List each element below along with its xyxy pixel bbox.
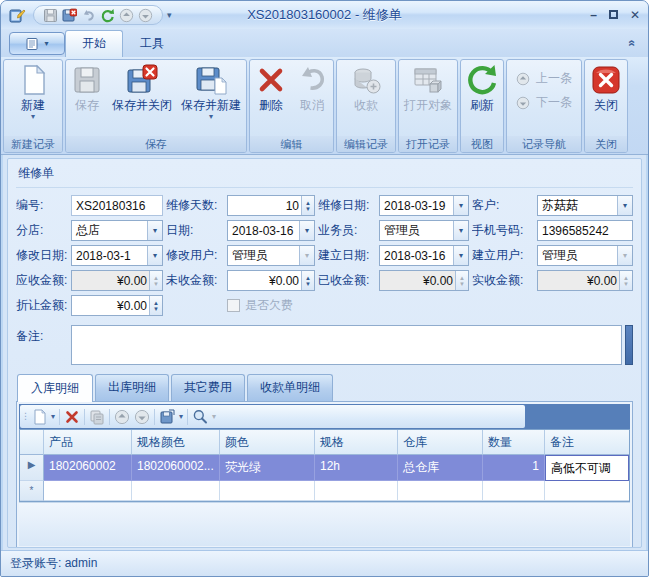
unreceived-spinner[interactable]: ¥0.00 ▲▼ <box>227 270 315 291</box>
dropdown-arrow-icon[interactable]: ▾ <box>147 221 162 240</box>
phone-field[interactable]: 1396585242 <box>537 220 633 241</box>
column-header-spec-color[interactable]: 规格颜色 <box>132 430 220 455</box>
current-row-indicator-icon: ▶ <box>20 455 44 481</box>
empty-cell[interactable] <box>545 481 629 501</box>
repair-days-spinner[interactable]: 10 ▲▼ <box>227 195 315 216</box>
empty-cell[interactable] <box>483 481 545 501</box>
cell-spec[interactable]: 12h <box>315 455 398 481</box>
create-date-combo[interactable]: 2018-03-16 ▾ <box>379 245 469 266</box>
modify-user-combo[interactable]: 管理员 ▾ <box>227 245 315 266</box>
discount-spinner[interactable]: ¥0.00 ▲▼ <box>71 295 163 316</box>
date-combo[interactable]: 2018-03-16 ▾ <box>227 220 315 241</box>
branch-combo[interactable]: 总店 ▾ <box>71 220 163 241</box>
export-icon[interactable] <box>159 409 175 425</box>
move-up-icon[interactable] <box>114 409 130 425</box>
actual-received-spinner[interactable]: ¥0.00 ▲▼ <box>537 270 633 291</box>
empty-cell[interactable] <box>315 481 398 501</box>
delete-button[interactable]: 删除 <box>251 62 291 112</box>
move-down-icon[interactable] <box>134 409 150 425</box>
save-button[interactable]: 保存 <box>67 62 107 112</box>
dropdown-arrow-icon[interactable]: ▾ <box>617 196 632 215</box>
previous-record-button[interactable]: 上一条 <box>516 70 572 87</box>
open-object-button[interactable]: 打开对象 <box>400 62 456 112</box>
remark-scrollbar[interactable] <box>625 325 633 365</box>
copy-row-icon[interactable] <box>89 409 105 425</box>
tab-outbound-detail[interactable]: 出库明细 <box>95 374 169 401</box>
spinner-buttons-icon[interactable]: ▲▼ <box>149 296 162 315</box>
close-window-button[interactable]: ✕ <box>630 9 640 21</box>
grid-new-row[interactable]: * <box>20 481 629 501</box>
customer-combo[interactable]: 苏菇菇 ▾ <box>537 195 633 216</box>
received-spinner[interactable]: ¥0.00 ▲▼ <box>379 270 469 291</box>
save-and-new-button[interactable]: 保存并新建 ▾ <box>177 62 245 121</box>
column-header-product[interactable]: 产品 <box>44 430 132 455</box>
refresh-button[interactable]: 刷新 <box>462 62 502 112</box>
save-close-icon <box>126 64 158 96</box>
search-dropdown-icon[interactable]: ▾ <box>212 412 216 421</box>
owe-checkbox[interactable]: 是否欠费 <box>227 297 376 314</box>
cell-quantity[interactable]: 1 <box>483 455 545 481</box>
empty-cell[interactable] <box>398 481 483 501</box>
grid-data-row[interactable]: ▶ 1802060002 1802060002... 荧光绿 12h 总仓库 1… <box>20 455 629 481</box>
cell-product[interactable]: 1802060002 <box>44 455 132 481</box>
qat-customize-icon[interactable]: ▾ <box>167 10 172 20</box>
refresh-icon[interactable] <box>100 8 115 23</box>
cell-color[interactable]: 荧光绿 <box>220 455 315 481</box>
dropdown-arrow-icon[interactable]: ▾ <box>453 246 468 265</box>
tab-other-fees[interactable]: 其它费用 <box>171 374 245 401</box>
toolbar-grip-icon[interactable]: ⋮⋮⋮ <box>21 412 27 421</box>
maximize-button[interactable] <box>609 9 618 21</box>
dropdown-arrow-icon[interactable]: ▾ <box>147 246 162 265</box>
delete-row-icon[interactable] <box>64 409 80 425</box>
export-dropdown-icon[interactable]: ▾ <box>179 412 183 421</box>
next-record-button[interactable]: 下一条 <box>516 94 572 111</box>
empty-cell[interactable] <box>132 481 220 501</box>
save-and-close-button[interactable]: 保存并关闭 <box>108 62 176 112</box>
add-row-dropdown-icon[interactable]: ▾ <box>51 412 55 421</box>
new-button[interactable]: 新建 ▾ <box>13 62 53 121</box>
repair-date-combo[interactable]: 2018-03-19 ▾ <box>379 195 469 216</box>
next-record-label: 下一条 <box>536 94 572 111</box>
save-close-icon[interactable] <box>62 8 77 23</box>
column-header-color[interactable]: 颜色 <box>220 430 315 455</box>
cell-remark[interactable]: 高低不可调 <box>545 455 629 481</box>
remark-textarea[interactable] <box>71 325 622 365</box>
empty-cell[interactable] <box>220 481 315 501</box>
column-header-quantity[interactable]: 数量 <box>483 430 545 455</box>
column-header-spec[interactable]: 规格 <box>315 430 398 455</box>
next-record-icon[interactable] <box>138 8 153 23</box>
search-icon[interactable] <box>192 409 208 425</box>
save-icon[interactable] <box>43 8 58 23</box>
column-header-warehouse[interactable]: 仓库 <box>398 430 483 455</box>
tab-receipt-detail[interactable]: 收款单明细 <box>247 374 333 401</box>
dropdown-arrow-icon[interactable]: ▾ <box>299 221 314 240</box>
ribbon-tab-start[interactable]: 开始 <box>65 30 123 57</box>
ribbon-tab-tools[interactable]: 工具 <box>123 31 181 57</box>
ribbon-collapse-icon[interactable]: « <box>626 40 640 47</box>
toolbar-separator <box>154 409 155 425</box>
form-row: 折让金额: ¥0.00 ▲▼ 是否欠费 <box>16 295 633 316</box>
close-button[interactable]: 关闭 <box>586 62 626 112</box>
spinner-buttons-icon[interactable]: ▲▼ <box>301 271 314 290</box>
cell-warehouse[interactable]: 总仓库 <box>398 455 483 481</box>
application-menu-button[interactable]: ▾ <box>9 32 65 55</box>
empty-cell[interactable] <box>44 481 132 501</box>
cell-spec-color[interactable]: 1802060002... <box>132 455 220 481</box>
application-menu-arrow-icon: ▾ <box>44 39 48 48</box>
column-header-remark[interactable]: 备注 <box>545 430 629 455</box>
cancel-button[interactable]: 取消 <box>292 62 332 112</box>
modify-date-combo[interactable]: 2018-03-1 ▾ <box>71 245 163 266</box>
order-no-field[interactable]: XS20180316 <box>71 195 163 216</box>
add-row-icon[interactable] <box>31 409 47 425</box>
collect-payment-button[interactable]: 收款 <box>346 62 386 112</box>
receivable-spinner[interactable]: ¥0.00 ▲▼ <box>71 270 163 291</box>
previous-record-icon[interactable] <box>119 8 134 23</box>
dropdown-arrow-icon[interactable]: ▾ <box>453 196 468 215</box>
salesman-combo[interactable]: 管理员 ▾ <box>379 220 469 241</box>
minimize-button[interactable]: – <box>590 9 597 21</box>
create-user-combo[interactable]: 管理员 ▾ <box>537 245 633 266</box>
dropdown-arrow-icon[interactable]: ▾ <box>453 221 468 240</box>
tab-inbound-detail[interactable]: 入库明细 <box>17 374 93 402</box>
undo-icon[interactable] <box>81 8 96 23</box>
spinner-buttons-icon[interactable]: ▲▼ <box>301 196 314 215</box>
